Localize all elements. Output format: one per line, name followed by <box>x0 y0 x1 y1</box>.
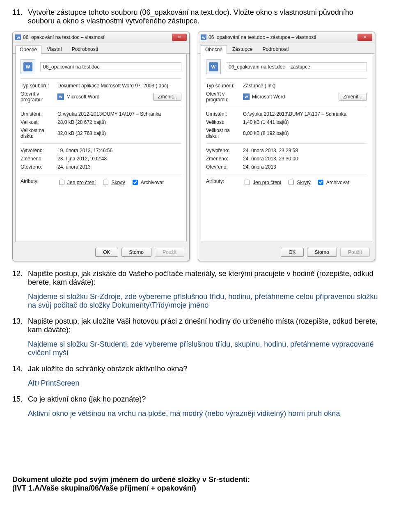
apply-button[interactable]: Použít <box>340 248 370 257</box>
file-icon: W <box>21 59 35 74</box>
titlebar: W 06_opakování na test.doc – zástupce – … <box>198 32 375 43</box>
q11-num: 11. <box>12 8 28 25</box>
q15-num: 15. <box>12 395 28 404</box>
location-value: G:\výuka 2012-2013\DUMY 1A\107 – Schránk… <box>243 111 367 117</box>
q11-text: Vytvořte zástupce tohoto souboru (06_opa… <box>28 8 382 25</box>
apply-button[interactable]: Použít <box>155 248 184 257</box>
dialog-footer: OK Storno Použít <box>198 244 375 261</box>
filename-field[interactable]: 06_opakování na test.doc <box>40 62 181 71</box>
type-label: Typ souboru: <box>21 83 57 89</box>
disksize-value: 8,00 kB (8 192 bajtů) <box>243 128 367 139</box>
archive-checkbox[interactable]: Archivovat <box>316 178 349 186</box>
titlebar: W 06_opakování na test.doc – vlastnosti … <box>13 32 189 43</box>
question-13: 13. Napište postup, jak uložíte Vaši hot… <box>12 317 382 334</box>
q12-num: 12. <box>12 269 28 287</box>
footer-line1: Dokument uložte pod svým jménem do určen… <box>12 475 382 484</box>
tab-custom[interactable]: Vlastní <box>42 45 66 53</box>
size-label: Velikost: <box>206 119 243 125</box>
cancel-button[interactable]: Storno <box>307 248 337 257</box>
change-button[interactable]: Změnit... <box>339 93 367 101</box>
accessed-label: Otevřeno: <box>21 164 57 170</box>
q14-answer: Alt+PrintScreen <box>28 379 382 388</box>
disksize-value: 32,0 kB (32 768 bajtů) <box>57 128 181 139</box>
created-value: 24. února 2013, 23:29:58 <box>243 148 367 153</box>
location-label: Umístění: <box>21 111 57 117</box>
properties-dialog-shortcut: W 06_opakování na test.doc – zástupce – … <box>198 32 375 261</box>
titlebar-text: 06_opakování na test.doc – vlastnosti <box>23 34 172 40</box>
type-value: Dokument aplikace Microsoft Word 97–2003… <box>57 83 181 89</box>
type-value: Zástupce (.lnk) <box>243 83 367 89</box>
tab-pane: W 06_opakování na test.doc – zástupce Ty… <box>201 54 372 242</box>
openwith-value: Microsoft Word <box>252 94 285 100</box>
hidden-checkbox[interactable]: Skrytý <box>101 178 125 186</box>
created-value: 19. února 2013, 17:46:56 <box>57 148 181 153</box>
q15-answer: Aktivní okno je většinou na vrchu na plo… <box>28 409 382 418</box>
openwith-label: Otevřít v programu: <box>206 91 243 103</box>
created-label: Vytvořeno: <box>206 148 243 153</box>
disksize-label: Velikost na disku: <box>206 128 243 139</box>
archive-checkbox[interactable]: Archivovat <box>131 178 164 186</box>
q13-num: 13. <box>12 317 28 334</box>
word-app-icon: W <box>243 94 250 100</box>
file-icon-letter: W <box>209 62 218 71</box>
size-value: 1,40 kB (1 441 bajtů) <box>243 119 367 125</box>
size-label: Velikost: <box>21 119 57 125</box>
file-icon-letter: W <box>23 62 32 71</box>
openwith-label: Otevřít v programu: <box>21 91 57 103</box>
filename-field[interactable]: 06_opakování na test.doc – zástupce <box>226 62 367 71</box>
created-label: Vytvořeno: <box>21 148 57 153</box>
word-app-icon: W <box>57 94 64 100</box>
ok-button[interactable]: OK <box>281 248 303 257</box>
question-14: 14. Jak uložíte do schránky obrázek akti… <box>12 365 382 373</box>
question-12: 12. Napište postup, jak získáte do Vašeh… <box>12 269 382 287</box>
screenshots-row: W 06_opakování na test.doc – vlastnosti … <box>12 32 382 261</box>
size-value: 28,0 kB (28 672 bajtů) <box>57 119 181 125</box>
modified-label: Změněno: <box>21 156 57 162</box>
modified-label: Změněno: <box>206 156 243 162</box>
tab-general[interactable]: Obecné <box>15 45 41 54</box>
tab-details[interactable]: Podrobnosti <box>258 45 293 53</box>
ok-button[interactable]: OK <box>95 248 118 257</box>
close-button[interactable]: ✕ <box>172 34 187 41</box>
accessed-label: Otevřeno: <box>206 164 243 170</box>
readonly-checkbox[interactable]: Jen pro čtení <box>57 178 96 186</box>
titlebar-text: 06_opakování na test.doc – zástupce – vl… <box>208 34 357 40</box>
footer-note: Dokument uložte pod svým jménem do určen… <box>12 475 382 493</box>
q14-num: 14. <box>12 365 28 373</box>
question-11: 11. Vytvořte zástupce tohoto souboru (06… <box>12 8 382 25</box>
modified-value: 23. října 2012, 9:02:48 <box>57 156 181 162</box>
tabs: Obecné Zástupce Podrobnosti <box>198 43 375 54</box>
file-icon: W <box>206 59 221 74</box>
readonly-checkbox[interactable]: Jen pro čtení <box>243 178 281 186</box>
modified-value: 24. února 2013, 23:30:00 <box>243 156 367 162</box>
tabs: Obecné Vlastní Podrobnosti <box>13 43 189 54</box>
properties-dialog-original: W 06_opakování na test.doc – vlastnosti … <box>12 32 190 261</box>
q12-text: Napište postup, jak získáte do Vašeho po… <box>28 269 382 287</box>
word-doc-icon: W <box>201 34 206 40</box>
change-button[interactable]: Změnit... <box>153 93 181 101</box>
q13-text: Napište postup, jak uložíte Vaši hotovou… <box>28 317 382 334</box>
tab-details[interactable]: Podrobnosti <box>67 45 103 53</box>
question-15: 15. Co je aktivní okno (jak ho poznáte)? <box>12 395 382 404</box>
close-button[interactable]: ✕ <box>357 34 372 41</box>
tab-pane: W 06_opakování na test.doc Typ souboru:D… <box>15 54 187 242</box>
svg-text:W: W <box>17 36 21 40</box>
q12-answer: Najdeme si složku Sr-Zdroje, zde vyberem… <box>28 292 382 310</box>
dialog-footer: OK Storno Použít <box>13 244 189 261</box>
q13-answer: Najdeme si složku Sr-Studenti, zde vyber… <box>28 340 382 357</box>
location-value: G:\výuka 2012-2013\DUMY 1A\107 – Schránk… <box>57 111 181 117</box>
hidden-checkbox[interactable]: Skrytý <box>287 178 310 186</box>
q14-text: Jak uložíte do schránky obrázek aktivníh… <box>28 365 382 373</box>
cancel-button[interactable]: Storno <box>121 248 151 257</box>
disksize-label: Velikost na disku: <box>21 128 57 139</box>
tab-general[interactable]: Obecné <box>201 45 227 54</box>
footer-line2: (IVT 1.A/Vaše skupina/06/Vaše příjmení +… <box>12 484 382 493</box>
tab-shortcut[interactable]: Zástupce <box>228 45 257 53</box>
accessed-value: 24. února 2013 <box>57 164 181 170</box>
location-label: Umístění: <box>206 111 243 117</box>
svg-text:W: W <box>202 36 206 40</box>
attributes-label: Atributy: <box>21 178 57 186</box>
accessed-value: 24. února 2013 <box>243 164 367 170</box>
type-label: Typ souboru: <box>206 83 243 89</box>
q15-text: Co je aktivní okno (jak ho poznáte)? <box>28 395 382 404</box>
